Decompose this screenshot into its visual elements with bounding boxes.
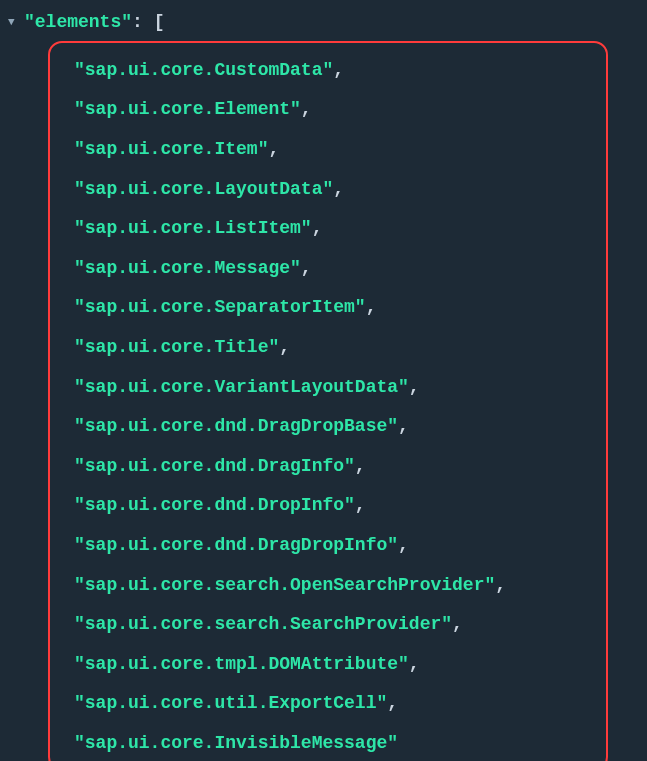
array-item-comma: , [398,535,409,555]
array-item: "sap.ui.core.Message", [60,249,596,289]
array-item: "sap.ui.core.Title", [60,328,596,368]
array-item-comma: , [366,297,377,317]
array-item-value: "sap.ui.core.search.OpenSearchProvider" [74,575,495,595]
array-item: "sap.ui.core.search.SearchProvider", [60,605,596,645]
array-item: "sap.ui.core.LayoutData", [60,170,596,210]
array-item-value: "sap.ui.core.util.ExportCell" [74,693,387,713]
json-open-bracket: [ [154,8,165,37]
array-item-value: "sap.ui.core.VariantLayoutData" [74,377,409,397]
array-item: "sap.ui.core.CustomData", [60,51,596,91]
array-item: "sap.ui.core.util.ExportCell", [60,684,596,724]
array-item-value: "sap.ui.core.dnd.DragInfo" [74,456,355,476]
json-key: "elements" [24,8,132,37]
array-item-comma: , [409,654,420,674]
array-item: "sap.ui.core.tmpl.DOMAttribute", [60,645,596,685]
array-item-comma: , [301,258,312,278]
collapse-toggle-icon[interactable]: ▼ [8,14,22,32]
array-item-value: "sap.ui.core.InvisibleMessage" [74,733,398,753]
elements-array-highlight: "sap.ui.core.CustomData","sap.ui.core.El… [48,41,608,761]
array-item: "sap.ui.core.search.OpenSearchProvider", [60,566,596,606]
array-item-comma: , [312,218,323,238]
array-item-comma: , [301,99,312,119]
array-item: "sap.ui.core.ListItem", [60,209,596,249]
array-item-comma: , [409,377,420,397]
json-key-row: ▼ "elements" : [ [0,8,647,37]
array-item-value: "sap.ui.core.Message" [74,258,301,278]
array-item-value: "sap.ui.core.CustomData" [74,60,333,80]
array-item-value: "sap.ui.core.dnd.DragDropInfo" [74,535,398,555]
array-item-value: "sap.ui.core.Title" [74,337,279,357]
array-item-value: "sap.ui.core.tmpl.DOMAttribute" [74,654,409,674]
array-item-value: "sap.ui.core.Element" [74,99,301,119]
array-item-comma: , [355,456,366,476]
array-item: "sap.ui.core.dnd.DragInfo", [60,447,596,487]
array-item-value: "sap.ui.core.dnd.DropInfo" [74,495,355,515]
json-space [143,8,154,37]
array-item: "sap.ui.core.dnd.DropInfo", [60,486,596,526]
json-colon: : [132,8,143,37]
array-item-comma: , [333,60,344,80]
array-item: "sap.ui.core.dnd.DragDropInfo", [60,526,596,566]
array-item-value: "sap.ui.core.dnd.DragDropBase" [74,416,398,436]
array-item-comma: , [355,495,366,515]
array-item-comma: , [333,179,344,199]
array-item-comma: , [398,416,409,436]
array-item-comma: , [452,614,463,634]
array-item: "sap.ui.core.InvisibleMessage" [60,724,596,761]
array-item-value: "sap.ui.core.SeparatorItem" [74,297,366,317]
array-item: "sap.ui.core.Element", [60,90,596,130]
array-item: "sap.ui.core.Item", [60,130,596,170]
array-item-comma: , [387,693,398,713]
array-item-value: "sap.ui.core.ListItem" [74,218,312,238]
array-item: "sap.ui.core.SeparatorItem", [60,288,596,328]
array-item-value: "sap.ui.core.LayoutData" [74,179,333,199]
array-item-value: "sap.ui.core.Item" [74,139,268,159]
array-item-value: "sap.ui.core.search.SearchProvider" [74,614,452,634]
array-item: "sap.ui.core.dnd.DragDropBase", [60,407,596,447]
array-item-comma: , [495,575,506,595]
array-item: "sap.ui.core.VariantLayoutData", [60,368,596,408]
array-item-comma: , [268,139,279,159]
array-item-comma: , [279,337,290,357]
